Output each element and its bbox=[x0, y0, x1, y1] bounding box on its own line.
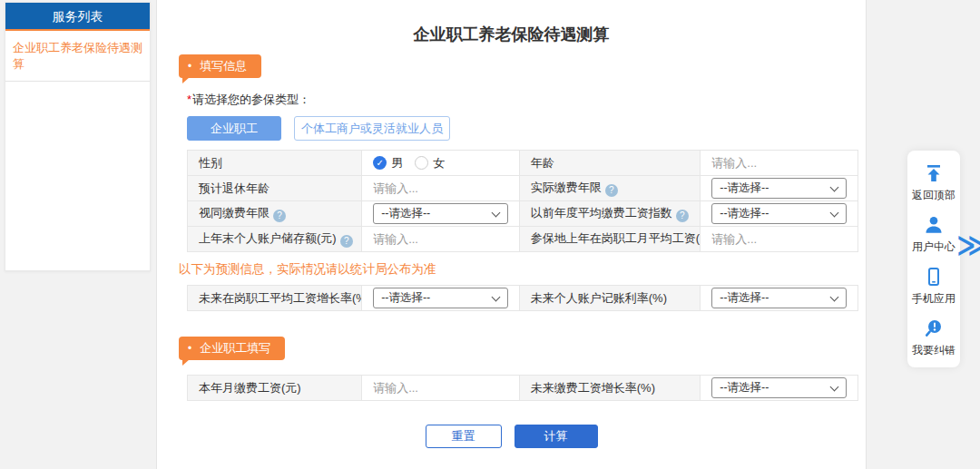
quick-panel-label: 返回顶部 bbox=[912, 188, 956, 203]
section-badge-enterprise-fill: •企业职工填写 bbox=[179, 337, 285, 360]
expected-retirement-age-label: 预计退休年龄 bbox=[188, 176, 362, 201]
radio-male-label: 男 bbox=[391, 155, 403, 171]
bullet-icon: • bbox=[188, 342, 191, 355]
age-label: 年龄 bbox=[519, 151, 701, 176]
account-balance-label: 上年末个人账户储存额(元)? bbox=[188, 227, 362, 252]
table-row: 预计退休年龄 实际缴费年限? --请选择-- bbox=[188, 176, 858, 201]
table-row: 上年末个人账户储存额(元)? 参保地上年在岗职工月平均工资(元)? bbox=[188, 227, 858, 252]
service-sidebar: 服务列表 企业职工养老保险待遇测算 bbox=[5, 2, 151, 271]
current-monthly-payment-wage-label: 本年月缴费工资(元) bbox=[188, 376, 362, 401]
section-badge-label: 填写信息 bbox=[200, 59, 247, 73]
collapse-panel-chevron-icon[interactable]: ≫ bbox=[956, 230, 980, 259]
mobile-app-button[interactable]: 手机应用 bbox=[912, 267, 956, 307]
actual-payment-years-select[interactable]: --请选择-- bbox=[711, 178, 847, 199]
required-asterisk: * bbox=[187, 93, 191, 106]
reset-button[interactable]: 重置 bbox=[426, 425, 502, 448]
sidebar-item-pension-calc[interactable]: 企业职工养老保险待遇测算 bbox=[5, 31, 150, 82]
section-badge-fill-info: •填写信息 bbox=[179, 54, 261, 78]
check-icon: ✓ bbox=[376, 158, 383, 168]
table-row: 视同缴费年限? --请选择-- 以前年度平均缴费工资指数? --请选择-- bbox=[188, 201, 858, 227]
back-to-top-icon bbox=[924, 163, 944, 183]
section-badge-label: 企业职工填写 bbox=[200, 341, 270, 355]
quick-panel: 返回顶部 用户中心 手机应用 bbox=[907, 151, 960, 367]
help-icon[interactable]: ? bbox=[605, 184, 618, 197]
bullet-icon: • bbox=[188, 60, 191, 73]
help-icon[interactable]: ? bbox=[273, 210, 286, 222]
quick-panel-label: 手机应用 bbox=[912, 291, 956, 307]
radio-male[interactable]: ✓ bbox=[373, 156, 387, 170]
current-monthly-payment-wage-input[interactable] bbox=[373, 381, 508, 395]
calculate-button[interactable]: 计算 bbox=[514, 425, 598, 448]
chevron-down-icon bbox=[830, 209, 839, 218]
table-row: 本年月缴费工资(元) 未来缴费工资增长率(%) --请选择-- bbox=[188, 376, 858, 401]
chevron-down-icon bbox=[830, 293, 839, 302]
gender-label: 性别 bbox=[188, 151, 362, 176]
chevron-down-icon bbox=[491, 209, 500, 218]
action-buttons: 重置 计算 bbox=[157, 425, 866, 448]
user-center-button[interactable]: 用户中心 bbox=[912, 215, 956, 255]
actual-payment-years-label: 实际缴费年限? bbox=[519, 176, 701, 201]
table-row: 性别 ✓男 女 年龄 bbox=[188, 151, 858, 176]
expected-retirement-age-input[interactable] bbox=[373, 181, 508, 195]
account-balance-input[interactable] bbox=[373, 232, 508, 246]
basic-info-table: 性别 ✓男 女 年龄 预计退休年龄 实际缴费年限? --请选择-- bbox=[187, 150, 858, 252]
user-center-icon bbox=[924, 215, 944, 235]
help-icon[interactable]: ? bbox=[340, 235, 353, 248]
chevron-down-icon bbox=[830, 383, 839, 392]
page: 服务列表 企业职工养老保险待遇测算 企业职工养老保险待遇测算 •填写信息 *请选… bbox=[0, 0, 980, 469]
error-correction-icon bbox=[924, 318, 944, 338]
sidebar-header: 服务列表 bbox=[5, 3, 150, 31]
future-account-interest-rate-label: 未来个人账户记账利率(%) bbox=[519, 286, 701, 311]
table-row: 未来在岗职工平均工资增长率(%) --请选择-- 未来个人账户记账利率(%) -… bbox=[188, 286, 858, 311]
future-wage-growth-rate-label: 未来在岗职工平均工资增长率(%) bbox=[188, 286, 362, 311]
enterprise-table: 本年月缴费工资(元) 未来缴费工资增长率(%) --请选择-- bbox=[187, 375, 858, 401]
quick-panel-label: 我要纠错 bbox=[912, 343, 956, 358]
local-avg-monthly-wage-input[interactable] bbox=[711, 232, 847, 246]
insured-type-buttons: 企业职工 个体工商户或灵活就业人员 bbox=[187, 116, 866, 141]
forecast-note: 以下为预测信息，实际情况请以统计局公布为准 bbox=[179, 261, 866, 278]
avg-payment-wage-index-select[interactable]: --请选择-- bbox=[711, 203, 847, 224]
quick-panel-label: 用户中心 bbox=[912, 239, 956, 255]
main-panel: 企业职工养老保险待遇测算 •填写信息 *请选择您的参保类型： 企业职工 个体工商… bbox=[156, 0, 867, 469]
type-button-flexible-employment[interactable]: 个体工商户或灵活就业人员 bbox=[294, 116, 450, 141]
type-button-enterprise-employee[interactable]: 企业职工 bbox=[187, 116, 281, 141]
back-to-top-button[interactable]: 返回顶部 bbox=[912, 163, 956, 203]
avg-payment-wage-index-label: 以前年度平均缴费工资指数? bbox=[519, 201, 701, 227]
deemed-payment-years-select[interactable]: --请选择-- bbox=[373, 203, 508, 224]
radio-female[interactable] bbox=[415, 156, 428, 170]
forecast-table: 未来在岗职工平均工资增长率(%) --请选择-- 未来个人账户记账利率(%) -… bbox=[187, 285, 858, 311]
error-correction-button[interactable]: 我要纠错 bbox=[912, 318, 956, 358]
age-input[interactable] bbox=[711, 156, 847, 170]
gender-radio-group: ✓男 女 bbox=[373, 155, 452, 171]
chevron-down-icon bbox=[830, 183, 839, 192]
local-avg-monthly-wage-label: 参保地上年在岗职工月平均工资(元)? bbox=[519, 227, 701, 252]
future-wage-growth-rate-select[interactable]: --请选择-- bbox=[373, 288, 508, 308]
deemed-payment-years-label: 视同缴费年限? bbox=[188, 201, 362, 227]
insured-type-label: *请选择您的参保类型： bbox=[187, 92, 866, 108]
page-title: 企业职工养老保险待遇测算 bbox=[157, 24, 866, 45]
mobile-app-icon bbox=[924, 267, 944, 287]
help-icon[interactable]: ? bbox=[676, 210, 689, 222]
radio-female-label: 女 bbox=[433, 155, 445, 171]
future-payment-wage-growth-rate-label: 未来缴费工资增长率(%) bbox=[519, 376, 701, 401]
future-payment-wage-growth-rate-select[interactable]: --请选择-- bbox=[711, 377, 847, 398]
future-account-interest-rate-select[interactable]: --请选择-- bbox=[711, 288, 847, 308]
chevron-down-icon bbox=[491, 293, 500, 302]
